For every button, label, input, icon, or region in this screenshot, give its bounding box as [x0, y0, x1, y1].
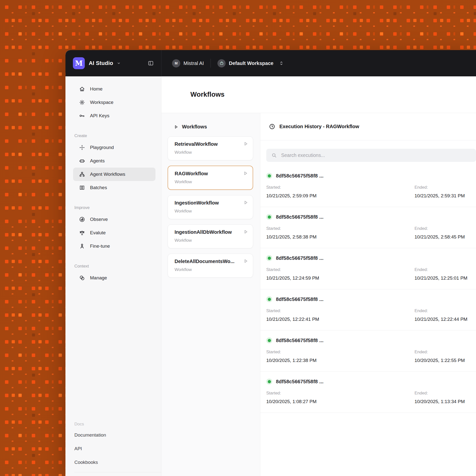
docs-link[interactable]: Documentation	[74, 428, 161, 442]
workflow-card[interactable]: RetrievalWorkflow Workflow	[168, 136, 253, 160]
chevron-down-icon[interactable]	[116, 60, 121, 66]
execution-row[interactable]: 8df58c56675f58f8 ... Started: 10/21/2025…	[260, 207, 476, 248]
run-workflow-icon[interactable]	[243, 258, 249, 264]
status-dot-halo	[266, 379, 272, 385]
sidebar-item-icon	[79, 99, 85, 106]
started-value: 10/20/2025, 1:08:27 PM	[266, 399, 415, 404]
sidebar-item-label: Observe	[90, 217, 108, 222]
sidebar-item-label: Home	[90, 86, 103, 92]
org-avatar-letter: M	[175, 61, 178, 65]
sidebar-item[interactable]: Playground	[73, 141, 155, 154]
started-cell: Started: 10/21/2025, 2:58:38 PM	[266, 226, 415, 240]
section-label-context: Context	[74, 264, 161, 269]
workflow-card[interactable]: IngestionWorkflow Workflow	[168, 195, 253, 219]
started-cell: Started: 10/20/2025, 1:22:38 PM	[266, 350, 415, 363]
workflow-card[interactable]: IngestionAllDbWorkflow Workflow	[168, 224, 253, 248]
sidebar-item-icon	[79, 216, 85, 223]
execution-history-panel: Execution History - RAGWorkflow	[260, 113, 476, 476]
status-dot-success	[268, 339, 271, 342]
sidebar-item[interactable]: Workspace	[73, 96, 155, 109]
started-cell: Started: 10/21/2025, 12:24:59 PM	[266, 267, 415, 281]
execution-row[interactable]: 8df58c56675f58f8 ... Started: 10/21/2025…	[260, 166, 476, 207]
sidebar: Home Workspace API Keys Create Playgroun…	[65, 76, 161, 476]
sidebar-item[interactable]: API Keys	[73, 109, 155, 122]
status-dot-success	[268, 257, 271, 260]
sidebar-item-label: Playground	[90, 145, 114, 150]
status-dot-halo	[266, 173, 272, 179]
docs-label: Docs	[74, 422, 161, 427]
sidebar-item[interactable]: Home	[73, 82, 155, 96]
run-workflow-icon[interactable]	[243, 229, 249, 235]
execution-id: 8df58c56675f58f8 ...	[276, 255, 324, 261]
status-dot-halo	[266, 255, 272, 261]
sidebar-item[interactable]: Agents	[73, 154, 155, 168]
sidebar-item[interactable]: Manage	[73, 271, 155, 285]
workspace-name: Default Workspace	[229, 60, 273, 66]
ended-cell: Ended: 10/21/2025, 2:58:45 PM	[415, 226, 470, 240]
sidebar-item-icon	[79, 243, 85, 249]
run-workflow-icon[interactable]	[243, 200, 249, 206]
status-dot-success	[268, 174, 271, 178]
section-label-improve: Improve	[74, 205, 161, 210]
started-value: 10/21/2025, 12:22:41 PM	[266, 317, 415, 322]
search-input[interactable]	[281, 152, 476, 158]
execution-id: 8df58c56675f58f8 ...	[276, 379, 324, 385]
started-value: 10/21/2025, 2:58:38 PM	[266, 234, 415, 240]
run-workflow-icon[interactable]	[243, 141, 249, 147]
ended-value: 10/20/2025, 1:22:55 PM	[415, 358, 470, 363]
page-header: Workflows	[161, 76, 476, 113]
execution-row[interactable]: 8df58c56675f58f8 ... Started: 10/20/2025…	[260, 330, 476, 372]
execution-history-title: Execution History - RAGWorkflow	[279, 124, 359, 129]
started-cell: Started: 10/21/2025, 12:22:41 PM	[266, 308, 415, 322]
status-dot-halo	[266, 214, 272, 220]
sidebar-item-label: Agents	[90, 158, 105, 164]
ended-cell: Ended: 10/21/2025, 12:22:44 PM	[415, 308, 470, 322]
titlebar-right: M Mistral AI Default Workspace	[161, 50, 284, 76]
execution-row[interactable]: 8df58c56675f58f8 ... Started: 10/21/2025…	[260, 289, 476, 330]
status-dot-success	[268, 298, 271, 301]
sidebar-item-label: Fine-tune	[90, 243, 110, 249]
org-avatar: M	[172, 59, 180, 67]
search-bar[interactable]	[266, 149, 476, 162]
execution-row[interactable]: 8df58c56675f58f8 ... Started: 10/21/2025…	[260, 248, 476, 289]
sidebar-item[interactable]: Evalute	[73, 226, 155, 239]
sidebar-item-icon	[79, 230, 85, 236]
ended-value: 10/21/2025, 2:58:45 PM	[415, 234, 470, 240]
sidebar-item[interactable]: Observe	[73, 213, 155, 226]
ended-value: 10/21/2025, 12:25:01 PM	[415, 275, 470, 281]
sidebar-item-label: Evalute	[90, 230, 106, 236]
status-dot-halo	[266, 296, 272, 302]
ended-label: Ended:	[415, 185, 470, 190]
sidebar-toggle-icon[interactable]	[147, 60, 154, 67]
workspace-avatar	[217, 59, 226, 67]
page-title: Workflows	[190, 91, 225, 98]
started-value: 10/21/2025, 2:59:09 PM	[266, 193, 415, 199]
sidebar-section-context: Manage	[65, 271, 161, 285]
ended-cell: Ended: 10/20/2025, 1:13:34 PM	[415, 391, 470, 404]
clock-icon	[269, 123, 275, 130]
sidebar-item-icon	[79, 275, 85, 281]
workflow-card[interactable]: RAGWorkflow Workflow	[168, 166, 253, 190]
sidebar-item[interactable]: Batches	[73, 181, 155, 194]
execution-row[interactable]: 8df58c56675f58f8 ... Started: 10/20/2025…	[260, 372, 476, 413]
workflow-card[interactable]: DeleteAllDocumentsWo... Workflow	[168, 254, 253, 278]
ended-label: Ended:	[415, 267, 470, 272]
workspace-switcher-icon[interactable]	[278, 60, 284, 66]
sidebar-item[interactable]: Agent Workflows	[73, 168, 155, 181]
sidebar-item-icon	[79, 171, 85, 178]
docs-link[interactable]: Cookbooks	[74, 455, 161, 469]
docs-link[interactable]: API	[74, 442, 161, 455]
execution-id: 8df58c56675f58f8 ...	[276, 297, 324, 302]
workflow-name: DeleteAllDocumentsWo...	[175, 259, 248, 264]
sidebar-item[interactable]: Fine-tune	[73, 239, 155, 253]
docs-links: DocumentationAPICookbooks	[74, 428, 161, 469]
run-workflow-icon[interactable]	[242, 170, 248, 176]
workflow-type: Workflow	[175, 150, 248, 155]
sidebar-item-icon	[79, 113, 85, 119]
started-value: 10/21/2025, 12:24:59 PM	[266, 275, 415, 281]
sidebar-section-create: Playground Agents Agent Workflows Batche…	[65, 141, 161, 194]
sidebar-section-improve: Observe Evalute Fine-tune	[65, 213, 161, 253]
ended-cell: Ended: 10/20/2025, 1:22:55 PM	[415, 350, 470, 363]
started-label: Started:	[266, 226, 415, 231]
main-content: Workflows Workflows RetrievalWorkflow Wo…	[161, 76, 476, 476]
